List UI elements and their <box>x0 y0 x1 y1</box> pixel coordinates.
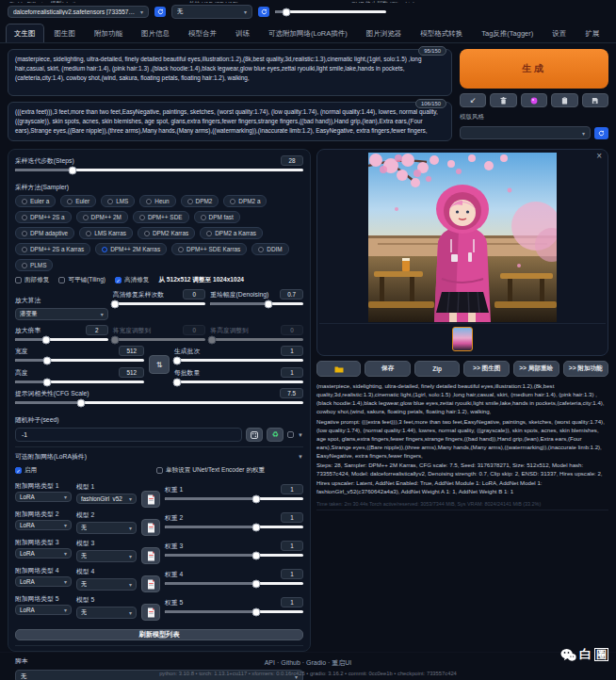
generate-button[interactable]: 生成 <box>460 49 608 89</box>
lora-weight-slider[interactable] <box>165 526 303 528</box>
extra-seed-checkbox[interactable]: ✓ <box>287 431 294 438</box>
resize-height-value[interactable]: 0 <box>281 325 303 335</box>
output-action-button[interactable]: 保存 <box>365 361 411 377</box>
sampler-option[interactable]: LMS <box>101 195 135 207</box>
sampler-option[interactable]: DPM++ SDE Karras <box>171 243 247 255</box>
resize-width-slider[interactable] <box>113 338 206 341</box>
footer-links[interactable]: API · Github · Gradio · 重启UI <box>0 658 616 668</box>
refresh-styles-button[interactable] <box>594 127 608 139</box>
refresh-models-button[interactable]: 刷新模型列表 <box>15 629 303 640</box>
tab[interactable]: 图片信息 <box>133 24 178 42</box>
lora-type-select[interactable]: LoRA▾ <box>15 492 72 502</box>
lora-weight-value[interactable]: 1 <box>281 541 303 551</box>
lora-weight-slider[interactable] <box>165 610 303 613</box>
lora-weight-value[interactable]: 1 <box>281 484 303 494</box>
random-seed-button[interactable] <box>246 428 263 442</box>
lora-model-file-button[interactable] <box>141 547 160 564</box>
negative-prompt-input[interactable]: (((extra feet))),3 feet,more than two fe… <box>8 102 452 141</box>
feature-checkbox[interactable]: ✓可平铺(Tiling) <box>58 276 105 284</box>
lora-model-select[interactable]: 无▾ <box>76 607 137 619</box>
hires-steps-value[interactable]: 0 <box>183 289 205 300</box>
seed-input[interactable]: -1 <box>15 428 242 442</box>
sampler-option[interactable]: DPM2 Karras <box>138 227 195 239</box>
lora-weight-value[interactable]: 1 <box>281 569 303 579</box>
lora-model-select[interactable]: 无▾ <box>76 578 137 591</box>
lora-model-select[interactable]: fashionGirl_v52▾ <box>76 494 137 504</box>
height-slider[interactable] <box>15 380 144 383</box>
tab[interactable]: 图生图 <box>46 24 85 42</box>
denoising-slider[interactable] <box>210 302 303 305</box>
lora-weight-value[interactable]: 1 <box>281 512 303 523</box>
apply-style-button[interactable] <box>551 93 577 107</box>
sampler-option[interactable]: DPM fast <box>194 211 240 223</box>
output-action-button[interactable]: >> 局部重绘 <box>513 361 559 377</box>
cfg-slider[interactable] <box>15 401 303 404</box>
open-folder-button[interactable] <box>316 361 361 377</box>
lora-section-header[interactable]: 可选附加网络(LoRA插件) ▼ <box>15 446 303 461</box>
tab[interactable]: 训练 <box>227 24 258 42</box>
cfg-value[interactable]: 7.5 <box>280 388 303 398</box>
lora-model-file-button[interactable] <box>141 491 160 508</box>
sampler-option[interactable]: DPM++ 2S a Karras <box>15 243 90 255</box>
sampler-option[interactable]: DPM++ 2M Karras <box>95 243 167 255</box>
tab[interactable]: Tag反推(Tagger) <box>473 24 542 42</box>
width-slider[interactable] <box>15 359 144 362</box>
lora-weight-slider[interactable] <box>165 497 303 500</box>
styles-select[interactable]: ▾ <box>460 126 591 139</box>
sampler-option[interactable]: LMS Karras <box>79 227 133 239</box>
lora-model-file-button[interactable] <box>141 519 160 536</box>
lora-type-select[interactable]: LoRA▾ <box>15 576 72 587</box>
clipskip-slider[interactable] <box>275 10 386 13</box>
output-action-button[interactable]: Zip <box>414 361 461 377</box>
sampler-option[interactable]: Heun <box>139 195 175 207</box>
lora-type-select[interactable]: LoRA▾ <box>15 520 72 530</box>
width-value[interactable]: 512 <box>119 346 144 356</box>
lora-model-select[interactable]: 无▾ <box>76 522 137 534</box>
lora-weight-value[interactable]: 1 <box>281 597 303 607</box>
steps-value[interactable]: 28 <box>281 155 303 166</box>
sampler-option[interactable]: DPM++ SDE <box>133 211 189 223</box>
resize-width-value[interactable]: 0 <box>183 325 205 335</box>
paste-params-button[interactable]: ↙ <box>460 93 486 107</box>
batch-size-value[interactable]: 1 <box>281 367 303 378</box>
vae-select[interactable]: 无 ▾ <box>171 5 252 19</box>
height-value[interactable]: 512 <box>119 367 144 378</box>
batch-size-slider[interactable] <box>174 380 303 383</box>
feature-checkbox[interactable]: ✓高清修复 <box>115 276 149 284</box>
sampler-option[interactable]: DPM2 a Karras <box>200 227 263 239</box>
batch-count-value[interactable]: 1 <box>281 346 303 356</box>
sampler-option[interactable]: PLMS <box>15 259 53 271</box>
sampler-option[interactable]: DDIM <box>251 243 288 255</box>
sampler-option[interactable]: DPM2 a <box>223 195 267 207</box>
reuse-seed-button[interactable]: ♻ <box>267 428 284 442</box>
batch-count-slider[interactable] <box>174 359 303 362</box>
tab[interactable]: 设置 <box>543 24 575 42</box>
clear-prompt-button[interactable] <box>490 93 516 107</box>
refresh-vae-button[interactable] <box>258 7 269 17</box>
output-action-button[interactable]: >> 图生图 <box>463 361 510 377</box>
lora-model-select[interactable]: 无▾ <box>76 550 137 562</box>
steps-slider[interactable] <box>15 169 303 171</box>
positive-prompt-input[interactable]: (masterpiece, sidelighting, ultra-detail… <box>8 49 452 96</box>
tab[interactable]: 模型合并 <box>180 24 225 42</box>
lora-model-file-button[interactable] <box>141 575 160 592</box>
extra-networks-button[interactable] <box>521 93 547 107</box>
lora-type-select[interactable]: LoRA▾ <box>15 548 72 559</box>
tab[interactable]: 模型格式转换 <box>412 24 471 42</box>
feature-checkbox[interactable]: ✓面部修复 <box>15 276 49 284</box>
sampler-option[interactable]: Euler <box>60 195 96 207</box>
tab[interactable]: 扩展 <box>576 24 608 42</box>
save-style-button[interactable] <box>582 93 608 107</box>
output-action-button[interactable]: >> 附加功能 <box>563 361 609 377</box>
hires-scale-value[interactable]: 2 <box>86 325 108 335</box>
result-thumbnail[interactable] <box>452 327 473 351</box>
refresh-checkpoint-button[interactable] <box>154 7 166 17</box>
upscaler-select[interactable]: 潜变量▾ <box>15 308 108 320</box>
lora-enable-checkbox[interactable]: ✓启用 <box>15 466 156 475</box>
lora-model-file-button[interactable] <box>141 604 160 621</box>
swap-dimensions-button[interactable]: ⇅ <box>149 355 170 374</box>
lora-type-select[interactable]: LoRA▾ <box>15 605 72 615</box>
sampler-option[interactable]: Euler a <box>15 195 56 207</box>
lora-separate-checkbox[interactable]: ✓单独设置 UNet/Text Encoder 的权重 <box>156 466 265 475</box>
lora-weight-slider[interactable] <box>165 554 303 557</box>
